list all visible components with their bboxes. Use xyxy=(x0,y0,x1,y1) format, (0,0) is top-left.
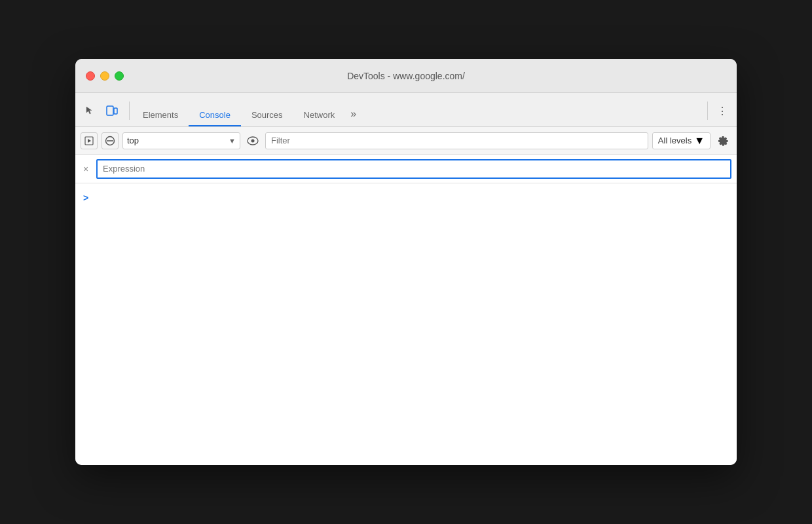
log-levels-arrow: ▼ xyxy=(694,135,705,147)
tab-network[interactable]: Network xyxy=(293,105,346,126)
tab-bar-end: ⋮ xyxy=(702,102,731,120)
log-levels-selector[interactable]: All levels ▼ xyxy=(652,132,710,149)
live-expression-button[interactable] xyxy=(244,132,261,149)
svg-rect-1 xyxy=(114,108,117,114)
clear-console-button[interactable] xyxy=(101,132,119,149)
traffic-lights xyxy=(86,71,124,81)
tab-bar: Elements Console Sources Network » ⋮ xyxy=(75,93,737,127)
console-settings-button[interactable] xyxy=(714,132,731,149)
more-tabs-button[interactable]: » xyxy=(345,103,361,125)
context-selector-label: top xyxy=(127,136,229,145)
console-toolbar: top ▼ All levels ▼ xyxy=(75,127,737,155)
context-selector-arrow: ▼ xyxy=(229,137,236,145)
minimize-button[interactable] xyxy=(100,71,109,81)
title-bar: DevTools - www.google.com/ xyxy=(75,59,737,93)
devtools-window: DevTools - www.google.com/ Elements Cons… xyxy=(75,59,737,465)
more-options-button[interactable]: ⋮ xyxy=(713,102,731,120)
console-area[interactable]: > xyxy=(75,183,737,465)
svg-rect-0 xyxy=(107,106,113,115)
inspect-icon[interactable] xyxy=(81,102,99,120)
console-prompt-symbol[interactable]: > xyxy=(83,193,88,203)
tab-elements[interactable]: Elements xyxy=(132,105,189,126)
tab-bar-icons xyxy=(81,102,121,120)
filter-input[interactable] xyxy=(265,132,648,149)
close-button[interactable] xyxy=(86,71,95,81)
expression-close-button[interactable]: × xyxy=(81,164,91,174)
svg-point-6 xyxy=(251,139,255,142)
tabs: Elements Console Sources Network » xyxy=(132,103,361,126)
tab-console[interactable]: Console xyxy=(189,105,241,126)
window-title: DevTools - www.google.com/ xyxy=(347,71,465,81)
expression-input[interactable] xyxy=(96,159,731,179)
end-divider xyxy=(707,102,708,120)
tab-sources[interactable]: Sources xyxy=(241,105,293,126)
device-mode-icon[interactable] xyxy=(103,102,121,120)
expression-area: × xyxy=(75,155,737,183)
maximize-button[interactable] xyxy=(115,71,124,81)
execute-button[interactable] xyxy=(81,132,98,149)
context-selector[interactable]: top ▼ xyxy=(122,132,240,149)
log-levels-label: All levels xyxy=(658,136,692,145)
tab-divider xyxy=(129,102,130,120)
console-prompt-row: > xyxy=(75,189,737,207)
